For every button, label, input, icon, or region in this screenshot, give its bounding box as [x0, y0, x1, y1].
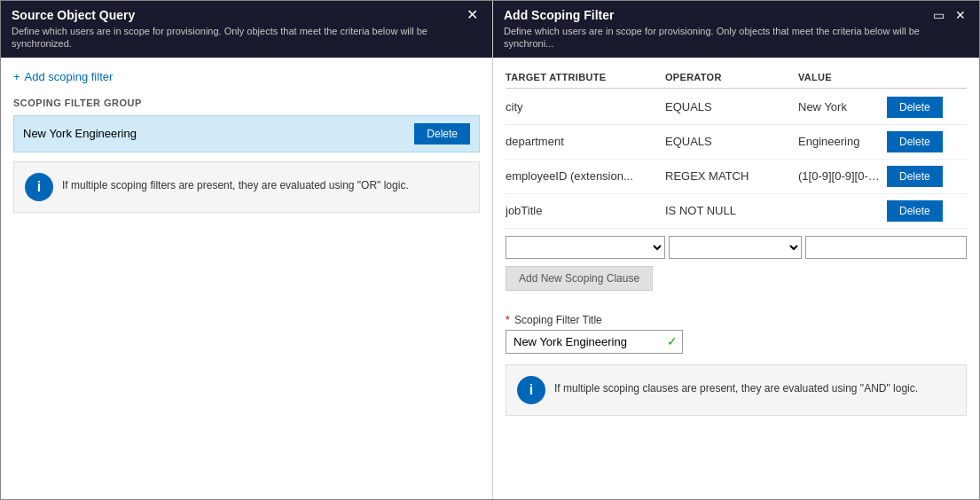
filter-group-name: New York Engineering	[23, 127, 137, 140]
table-header: TARGET ATTRIBUTE OPERATOR VALUE	[506, 66, 967, 89]
table-row: city EQUALS New York Delete	[506, 90, 967, 125]
attribute-select[interactable]	[506, 236, 665, 259]
cell-operator-3: IS NOT NULL	[665, 204, 798, 217]
delete-row-3-button[interactable]: Delete	[887, 200, 943, 222]
col-header-value: VALUE	[798, 72, 887, 82]
info-box-left: i If multiple scoping filters are presen…	[13, 161, 480, 213]
operator-select[interactable]	[669, 236, 802, 259]
plus-icon: +	[13, 70, 20, 83]
info-text-left: If multiple scoping filters are present,…	[62, 173, 409, 193]
table-row: department EQUALS Engineering Delete	[506, 125, 967, 160]
add-scoping-filter-button[interactable]: + Add scoping filter	[13, 66, 113, 87]
cell-action-2: Delete	[887, 166, 967, 187]
cell-attribute-1: department	[506, 135, 665, 148]
scoping-filter-title-input[interactable]	[506, 330, 683, 354]
new-clause-inputs	[506, 236, 967, 259]
info-icon-left: i	[25, 173, 53, 201]
table-row: jobTitle IS NOT NULL Delete	[506, 194, 967, 229]
cell-action-1: Delete	[887, 131, 967, 152]
info-icon-right: i	[517, 376, 545, 404]
cell-attribute-2: employeeID (extension...	[506, 169, 665, 183]
table-row: employeeID (extension... REGEX MATCH (1[…	[506, 160, 967, 194]
cell-value-0: New York	[798, 100, 887, 113]
info-text-right: If multiple scoping clauses are present,…	[554, 376, 918, 396]
cell-attribute-3: jobTitle	[506, 204, 665, 217]
left-panel-title: Source Object Query	[12, 8, 463, 22]
add-filter-label: Add scoping filter	[25, 70, 114, 83]
section-label: SCOPING FILTER GROUP	[13, 98, 480, 108]
filter-title-section: * Scoping Filter Title ✓	[506, 314, 967, 354]
right-panel-minimize-button[interactable]: ▭	[930, 8, 947, 22]
cell-value-2: (1[0-9][0-9][0-9][0-9][0-9][0-9]...	[798, 169, 887, 183]
right-panel: Add Scoping Filter Define which users ar…	[493, 1, 979, 499]
cell-operator-1: EQUALS	[665, 135, 798, 148]
right-panel-body: TARGET ATTRIBUTE OPERATOR VALUE city EQU…	[493, 58, 979, 499]
cell-action-0: Delete	[887, 97, 967, 118]
left-panel-subtitle: Define which users are in scope for prov…	[12, 25, 463, 51]
delete-row-0-button[interactable]: Delete	[887, 97, 943, 118]
delete-filter-button[interactable]: Delete	[414, 123, 470, 145]
cell-attribute-0: city	[506, 100, 665, 113]
col-header-operator: OPERATOR	[665, 72, 798, 82]
required-star: *	[506, 314, 510, 326]
right-panel-header: Add Scoping Filter Define which users ar…	[493, 1, 979, 58]
left-panel: Source Object Query Define which users a…	[1, 1, 493, 499]
delete-row-1-button[interactable]: Delete	[887, 131, 943, 152]
value-input[interactable]	[805, 236, 967, 259]
left-panel-header: Source Object Query Define which users a…	[1, 1, 492, 58]
filter-title-label: * Scoping Filter Title	[506, 314, 967, 326]
right-panel-close-button[interactable]: ✕	[953, 8, 968, 22]
cell-operator-0: EQUALS	[665, 100, 798, 113]
cell-value-1: Engineering	[798, 135, 887, 148]
cell-operator-2: REGEX MATCH	[665, 169, 798, 183]
left-panel-close-button[interactable]: ✕	[463, 8, 482, 22]
col-header-attribute: TARGET ATTRIBUTE	[506, 72, 665, 82]
info-box-right: i If multiple scoping clauses are presen…	[506, 364, 967, 416]
left-panel-body: + Add scoping filter SCOPING FILTER GROU…	[1, 58, 492, 499]
cell-action-3: Delete	[887, 200, 967, 222]
checkmark-icon: ✓	[667, 334, 678, 348]
title-input-wrap: ✓	[506, 330, 683, 354]
col-header-action	[887, 72, 967, 82]
delete-row-2-button[interactable]: Delete	[887, 166, 943, 187]
right-panel-title: Add Scoping Filter	[504, 8, 930, 22]
add-new-scoping-clause-button[interactable]: Add New Scoping Clause	[506, 266, 653, 291]
right-panel-subtitle: Define which users are in scope for prov…	[504, 25, 930, 51]
filter-group-item: New York Engineering Delete	[13, 115, 480, 152]
